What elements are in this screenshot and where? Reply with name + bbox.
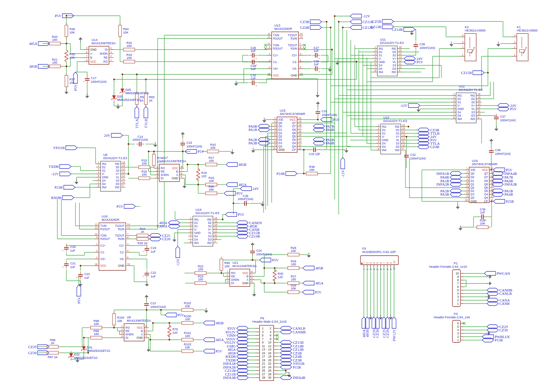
capacitor-C37[interactable]: C37100nF(104) bbox=[494, 114, 516, 122]
capacitor-C27[interactable]: +C271uF bbox=[312, 46, 320, 60]
net-label-P5V[interactable]: P5V bbox=[225, 212, 244, 216]
resistor-R101[interactable]: R101100 bbox=[179, 331, 196, 341]
resistor-R99[interactable]: R99100 bbox=[88, 329, 104, 339]
resistor-R15[interactable]: R15100 bbox=[136, 159, 152, 169]
diode-D31[interactable]: D31MMSZ5231BT1G bbox=[81, 344, 110, 353]
capacitor-C13[interactable]: C13100nF(104) bbox=[144, 301, 166, 309]
component-K2[interactable]: 4321K2HE3621A0500 bbox=[460, 25, 486, 61]
capacitor-C33[interactable]: +C33 1uF bbox=[309, 147, 321, 156]
capacitor-C21[interactable]: +C211uF bbox=[62, 261, 76, 269]
component-U18[interactable]: 11121091321614137845615T1INR1OUTT2INR2OU… bbox=[94, 214, 130, 270]
resistor-R27[interactable]: R27100 bbox=[285, 275, 301, 285]
resistor-R64[interactable]: R6410K bbox=[119, 23, 129, 39]
resistor-R95[interactable]: R9510K bbox=[220, 257, 230, 273]
capacitor-C30[interactable]: +C301uF bbox=[249, 74, 257, 87]
component-U15[interactable]: 1234567891020191817161514131211!OEQ0D0D1… bbox=[272, 109, 305, 152]
resistor-R35[interactable]: R35120 bbox=[65, 50, 75, 62]
resistor-R103[interactable]: R10310K bbox=[179, 343, 196, 353]
component-P3[interactable]: 654321P3Header-Female-2.54_1x6 bbox=[434, 312, 470, 342]
capacitor-C17[interactable]: +C17100nF(104) bbox=[83, 75, 107, 83]
resistor-R22[interactable]: R22100 bbox=[192, 265, 209, 275]
resistor-R102[interactable]: R10210K bbox=[179, 302, 196, 312]
net-label-P5V[interactable]: P5V bbox=[116, 204, 135, 208]
component-U12[interactable]: 12345678161514131211109IN1D1S1V-GNDS4D4I… bbox=[451, 84, 483, 123]
capacitor-C32[interactable]: C32100nF(104) bbox=[404, 152, 426, 160]
net-label--12V[interactable]: -12V bbox=[350, 14, 370, 18]
component-K1[interactable]: 4321K1HE3621A0500 bbox=[512, 25, 538, 61]
resistor-R96[interactable]: R961K bbox=[45, 338, 61, 348]
resistor-R24[interactable]: R241K bbox=[134, 227, 151, 237]
resistor-R20[interactable]: R20100 bbox=[47, 35, 63, 45]
component-P1[interactable]: 10987654321P1Header-Female-2.54_1x10 bbox=[429, 261, 467, 307]
net-label-485A[interactable]: 485A bbox=[303, 281, 324, 285]
diode-D25[interactable]: D25MMSZ5231BT1G bbox=[120, 86, 149, 96]
net-label-24V[interactable]: 24V bbox=[240, 187, 259, 191]
resistor-R19[interactable]: R19120 bbox=[197, 169, 207, 181]
resistor-R43[interactable]: R4310K bbox=[205, 143, 221, 153]
capacitor-C19[interactable]: +C191uF bbox=[143, 245, 156, 253]
component-P2[interactable]: 1122334455667788991010P2WJ15EDGRC-3.81-1… bbox=[361, 247, 398, 270]
resistor-R23[interactable]: R23100 bbox=[192, 275, 209, 285]
resistor-R21[interactable]: R21100 bbox=[47, 58, 63, 68]
resistor-R25[interactable]: R25 1K bbox=[134, 238, 151, 245]
net-label-CZ11B[interactable]: CZ11B bbox=[350, 20, 373, 24]
net-label-CZ4B[interactable]: CZ4B bbox=[300, 25, 322, 29]
capacitor-C14[interactable]: C14100nF(104) bbox=[132, 135, 148, 146]
net-label-485A[interactable]: 485A bbox=[203, 338, 224, 342]
resistor-R39[interactable]: R3910K bbox=[475, 219, 491, 229]
capacitor-C24[interactable]: C24100nF(104) bbox=[250, 248, 272, 256]
net-label-PWCAN[interactable]: PWCAN bbox=[484, 271, 510, 275]
net-label-485B[interactable]: 485B bbox=[303, 266, 323, 270]
schematic-canvas[interactable]: R3610KR6410KR20100R35120R21100R3710KR341… bbox=[0, 0, 554, 392]
resistor-R29[interactable]: R2910K bbox=[285, 284, 301, 294]
net-label-RXDB[interactable]: RXDB bbox=[51, 196, 74, 200]
net-label-P23B[interactable]: P23B bbox=[55, 185, 75, 189]
resistor-R36[interactable]: R3610K bbox=[65, 23, 75, 39]
net-label-CZ15B[interactable]: CZ15B bbox=[461, 71, 484, 75]
component-U8[interactable]: 12345678161514131211109IN1D1S1V-GNDS4D4I… bbox=[96, 153, 127, 191]
component-U14[interactable]: 56784321GNDABVCCDISHDNREROU14MAX13487EES… bbox=[84, 38, 116, 64]
capacitor-C23[interactable]: +C231uF bbox=[76, 271, 90, 279]
net-label-P24B[interactable]: P24B bbox=[277, 172, 297, 176]
net-label-P5V[interactable]: P5V bbox=[321, 118, 340, 122]
capacitor-C35[interactable]: C35100nF(104) bbox=[238, 194, 254, 206]
component-U11[interactable]: 12345678161514131211109IN1D1S1V-GNDS4D4I… bbox=[373, 38, 404, 76]
net-label-INFA4B[interactable]: INFA4B bbox=[280, 376, 306, 380]
resistor-R28[interactable]: R2810K bbox=[285, 246, 301, 256]
capacitor-C22[interactable]: +C221uF bbox=[143, 270, 156, 278]
net-label--12V[interactable]: -12V bbox=[51, 172, 71, 176]
net-label--12V[interactable]: -12V bbox=[400, 104, 420, 108]
capacitor-C38[interactable]: C38100nF(104) bbox=[489, 147, 511, 155]
net-label-P5V[interactable]: P5V bbox=[77, 285, 81, 304]
component-U19[interactable]: 12345678161514131211109IN1D1S1V-GNDS4D4I… bbox=[188, 208, 219, 246]
resistor-R26[interactable]: R26100 bbox=[285, 260, 301, 270]
net-label--12V[interactable]: -12V bbox=[341, 157, 345, 178]
net-label-YFO1B[interactable]: YFO1B bbox=[53, 146, 77, 150]
capacitor-C36[interactable]: C36100nF(104) bbox=[413, 42, 435, 50]
net-label-P5V[interactable]: P5V bbox=[260, 258, 279, 262]
net-label-P25B[interactable]: P25B bbox=[493, 199, 514, 203]
net-label-CZ13B[interactable]: CZ13B bbox=[371, 25, 394, 29]
component-U16[interactable]: 1234567891020191817161514131211!OEQ0D0D1… bbox=[464, 159, 497, 203]
capacitor-C28[interactable]: +C281uF bbox=[249, 60, 257, 71]
resistor-R34[interactable]: R34100 bbox=[121, 41, 137, 51]
net-label-CZ3B[interactable]: CZ3B bbox=[300, 20, 322, 24]
net-label-CZ12B[interactable]: CZ12B bbox=[350, 25, 373, 29]
resistor-R38[interactable]: R3810K bbox=[304, 165, 320, 175]
resistor-R33[interactable]: R33100 bbox=[121, 53, 137, 63]
net-label-485B[interactable]: 485B bbox=[226, 162, 246, 167]
capacitor-C31[interactable]: C31100nF(104) bbox=[316, 109, 337, 117]
resistor-R17[interactable]: R17100 bbox=[203, 156, 219, 166]
net-label-CZ5B[interactable]: CZ5B bbox=[372, 19, 394, 23]
component-U10[interactable]: 12345678161514131211109IN1D1S1V-GNDS4D4I… bbox=[376, 116, 407, 154]
capacitor-C26[interactable]: +C261uF bbox=[249, 46, 257, 60]
resistor-R80[interactable]: R8010K bbox=[203, 185, 219, 195]
net-label-485A[interactable]: 485A bbox=[226, 183, 247, 187]
schematic-svg[interactable]: R3610KR6410KR20100R35120R21100R3710KR341… bbox=[0, 0, 554, 392]
net-label-P5V[interactable]: P5V bbox=[302, 290, 322, 294]
resistor-R98[interactable]: R98100 bbox=[88, 319, 104, 329]
resistor-R97[interactable]: R97 1K bbox=[45, 351, 61, 359]
net-label-P5V[interactable]: P5V bbox=[165, 313, 184, 317]
net-label-PW12V[interactable]: PW12V bbox=[392, 317, 396, 341]
net-label-485B[interactable]: 485B bbox=[203, 321, 224, 325]
